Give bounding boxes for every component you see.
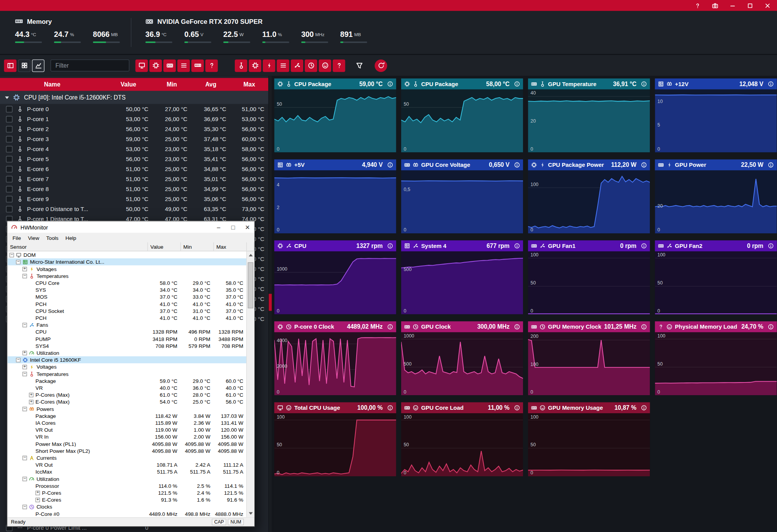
gpu-icon[interactable] <box>163 59 176 72</box>
info-icon[interactable] <box>514 243 520 249</box>
table-row[interactable]: P-core 453,00 °C23,00 °C35,18 °C58,00 °C <box>0 144 268 154</box>
scroll-up-icon[interactable] <box>247 251 254 259</box>
expand-icon[interactable]: + <box>22 364 27 369</box>
question-icon[interactable] <box>333 59 345 72</box>
table-row[interactable]: E-core 751,00 °C25,00 °C35,01 °C56,00 °C <box>0 174 268 184</box>
info-icon[interactable] <box>641 324 647 330</box>
graph-tile-header[interactable]: GPU Temperature36,91 °C <box>528 78 650 90</box>
graph-tile-header[interactable]: GPU Fan10 rpm <box>528 240 650 251</box>
table-row[interactable]: P-core 256,00 °C24,00 °C35,30 °C56,00 °C <box>0 124 268 134</box>
graph-tile-header[interactable]: Total CPU Usage100,00 % <box>274 402 396 414</box>
tree-row[interactable]: SYS34.0 °C34.0 °C35.0 °C <box>8 286 247 293</box>
tree-row[interactable]: −Clocks <box>8 503 247 510</box>
tree-row[interactable]: +Voltages <box>8 265 247 272</box>
ram-icon[interactable] <box>191 59 204 72</box>
minimize-button[interactable] <box>729 2 737 10</box>
list-icon[interactable] <box>177 59 190 72</box>
info-icon[interactable] <box>641 405 647 411</box>
row-checkbox[interactable] <box>6 126 13 132</box>
info-icon[interactable] <box>387 243 393 249</box>
tree-row[interactable]: −DOM <box>8 251 247 258</box>
column-header[interactable]: Min <box>181 243 214 251</box>
tree-row[interactable]: SYS4708 RPM579 RPM708 RPM <box>8 342 247 349</box>
table-row[interactable]: P-core 359,00 °C25,00 °C37,48 °C60,00 °C <box>0 134 268 144</box>
collapse-icon[interactable]: − <box>22 456 27 460</box>
collapse-arrow-icon[interactable] <box>5 96 9 99</box>
expand-icon[interactable]: + <box>29 392 33 397</box>
menu-item-tools[interactable]: Tools <box>43 234 62 242</box>
collapse-icon[interactable]: − <box>16 259 21 264</box>
graph-tile-header[interactable]: P-core 0 Clock4489,02 MHz <box>274 321 396 332</box>
tree-row[interactable]: PUMP3418 RPM0 RPM3488 RPM <box>8 335 247 342</box>
tree-row[interactable]: CPU Core58.0 °C29.0 °C58.0 °C <box>8 279 247 286</box>
graph-tile-header[interactable]: GPU Clock300,00 MHz <box>401 321 523 332</box>
monitor-icon[interactable] <box>135 59 148 72</box>
tree-row[interactable]: IA Cores115.89 W2.36 W131.41 W <box>8 419 247 426</box>
tree-row[interactable]: −Currents <box>8 454 247 461</box>
fan-icon[interactable] <box>291 59 304 72</box>
tree-row[interactable]: −Utilization <box>8 475 247 482</box>
row-checkbox[interactable] <box>6 136 13 142</box>
screenshot-button[interactable] <box>711 2 719 10</box>
scrollbar-thumb[interactable] <box>269 294 272 311</box>
collapse-icon[interactable]: − <box>22 407 27 411</box>
view-summary-button[interactable] <box>4 59 17 72</box>
graph-tile-header[interactable]: GPU Memory Usage10,87 % <box>528 402 650 414</box>
close-button[interactable] <box>764 2 772 10</box>
help-button[interactable] <box>694 2 702 10</box>
menu-item-help[interactable]: Help <box>62 234 80 242</box>
bolt-icon[interactable] <box>263 59 276 72</box>
tree-row[interactable]: PCH41.0 °C41.0 °C41.0 °C <box>8 300 247 307</box>
expand-icon[interactable]: + <box>35 490 40 495</box>
graph-tile-header[interactable]: GPU Fan20 rpm <box>655 240 777 251</box>
expand-icon[interactable]: + <box>22 267 27 271</box>
scroll-down-icon[interactable] <box>247 510 254 517</box>
graph-tile-header[interactable]: +12V12,048 V <box>655 78 777 90</box>
clock-icon[interactable] <box>305 59 317 72</box>
menu-item-file[interactable]: File <box>9 234 24 242</box>
table-scrollbar[interactable] <box>269 76 272 532</box>
graph-tile-header[interactable]: GPU Core Voltage0,650 V <box>401 160 523 171</box>
tree-row[interactable]: MOS37.0 °C33.0 °C37.0 °C <box>8 293 247 300</box>
info-icon[interactable] <box>514 324 520 330</box>
column-header[interactable]: Max <box>214 243 247 251</box>
row-checkbox[interactable] <box>6 186 13 192</box>
tree-row[interactable]: Package59.0 °C29.0 °C60.0 °C <box>8 377 247 384</box>
collapse-icon[interactable]: − <box>22 477 27 481</box>
graph-tile-header[interactable]: +5V4,940 V <box>274 160 396 171</box>
collapse-icon[interactable]: − <box>22 323 27 327</box>
tree-row[interactable]: VR Out108.71 A2.42 A111.12 A <box>8 461 247 468</box>
graph-tile-header[interactable]: Physical Memory Load24,70 % <box>655 321 777 332</box>
table-row[interactable]: E-core 851,00 °C25,00 °C34,99 °C56,00 °C <box>0 184 268 194</box>
tree-row[interactable]: +E-Cores91.3 %1.6 %91.6 % <box>8 496 247 503</box>
row-checkbox[interactable] <box>6 206 13 212</box>
tree-row[interactable]: IccMax511.75 A511.75 A511.75 A <box>8 468 247 475</box>
maximize-button[interactable] <box>746 2 754 10</box>
collapse-icon[interactable]: − <box>22 504 27 509</box>
view-table-button[interactable] <box>18 59 30 72</box>
info-icon[interactable] <box>641 81 647 87</box>
hwmonitor-window[interactable]: HWMonitor – □ ✕ FileViewToolsHelp Sensor… <box>7 221 255 527</box>
tree-row[interactable]: −Temperatures <box>8 370 247 377</box>
tree-row[interactable]: Short Power Max (PL2)4095.88 W4095.88 W4… <box>8 447 247 454</box>
question-icon[interactable] <box>205 59 218 72</box>
tree-row[interactable]: P-Core #04489.0 MHz498.8 MHz4888.0 MHz <box>8 510 247 517</box>
expand-icon[interactable]: + <box>29 399 33 404</box>
graph-tile-header[interactable]: System 4677 rpm <box>401 240 523 251</box>
table-row[interactable]: P-core 0 Distance to T...50,00 °C49,00 °… <box>0 204 268 214</box>
tree-row[interactable]: VR In156.00 W2.00 W156.00 W <box>8 433 247 440</box>
table-row[interactable]: E-core 651,00 °C25,00 °C34,88 °C56,00 °C <box>0 164 268 174</box>
tree-row[interactable]: Processor114.0 %2.5 %114.1 % <box>8 482 247 489</box>
tree-row[interactable]: +P-Cores121.5 %2.4 %121.5 % <box>8 489 247 496</box>
info-icon[interactable] <box>768 324 774 330</box>
row-checkbox[interactable] <box>6 176 13 182</box>
table-row[interactable]: P-core 556,00 °C23,00 °C35,41 °C56,00 °C <box>0 154 268 164</box>
info-icon[interactable] <box>641 243 647 249</box>
column-header[interactable]: Sensor <box>8 243 148 251</box>
tree-row[interactable]: CPU1328 RPM496 RPM1328 RPM <box>8 328 247 335</box>
info-icon[interactable] <box>641 162 647 168</box>
tree-row[interactable]: Power Max (PL1)4095.88 W4095.88 W4095.88… <box>8 440 247 447</box>
minimize-icon[interactable]: – <box>215 224 222 230</box>
graph-tile-header[interactable]: CPU1327 rpm <box>274 240 396 251</box>
graph-tile-header[interactable]: CPU Package58,00 °C <box>401 78 523 90</box>
